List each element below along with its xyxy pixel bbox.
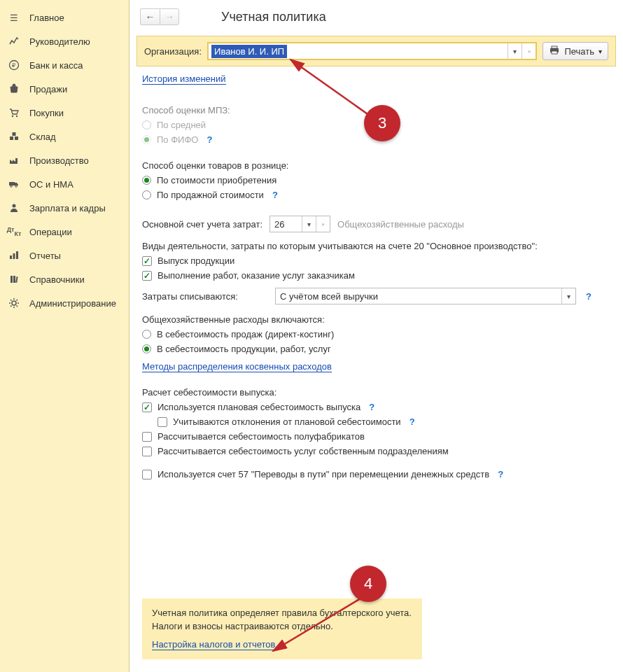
writeoff-label: Затраты списываются:: [142, 291, 268, 302]
costacct-hint: Общехозяйственные расходы: [337, 219, 464, 230]
sidebar-item-warehouse[interactable]: Склад: [0, 125, 129, 148]
callout-3: 3: [364, 105, 400, 141]
costcalc-planned[interactable]: Используется плановая себестоимость выпу…: [142, 402, 610, 412]
svg-rect-18: [552, 46, 557, 48]
help-icon[interactable]: ?: [410, 416, 415, 427]
costcalc-title: Расчет себестоимости выпуска:: [142, 387, 610, 398]
retail-title: Способ оценки товаров в рознице:: [142, 160, 610, 171]
costcalc-deviations[interactable]: Учитываются отклонения от плановой себес…: [158, 416, 610, 427]
print-label: Печать: [564, 46, 594, 57]
methods-link[interactable]: Методы распределения косвенных расходов: [142, 361, 332, 372]
svg-rect-14: [10, 276, 13, 283]
activities-title: Виды деятельности, затраты по которым уч…: [142, 241, 610, 251]
svg-rect-20: [552, 51, 557, 54]
org-value: Иванов И. И. ИП: [211, 45, 287, 58]
checkbox-label: Используется счет 57 "Переводы в пути" п…: [158, 469, 489, 479]
dropdown-icon[interactable]: ▾: [302, 216, 316, 232]
sidebar-item-assets[interactable]: ОС и НМА: [0, 172, 129, 196]
radio-icon: [142, 135, 151, 144]
dropdown-icon[interactable]: ▾: [561, 288, 575, 304]
gear-icon: [8, 298, 20, 309]
checkbox-icon: [142, 432, 152, 442]
dtkt-icon: ДтКт: [8, 226, 20, 237]
svg-point-9: [15, 186, 18, 188]
sidebar-item-catalogs[interactable]: Справочники: [0, 267, 129, 291]
checkbox-label: Рассчитывается себестоимость услуг собст…: [158, 446, 449, 456]
menu-icon: ☰: [8, 12, 20, 23]
content: История изменений Способ оценки МПЗ: По …: [130, 66, 623, 598]
checkbox-icon: [142, 447, 152, 456]
bars-icon: [8, 250, 20, 261]
costacct-field[interactable]: 26 ▾ ▫: [270, 216, 330, 232]
print-button[interactable]: Печать ▾: [542, 42, 608, 60]
dropdown-icon[interactable]: ▾: [507, 43, 522, 59]
help-icon[interactable]: ?: [206, 134, 212, 145]
writeoff-value: С учётом всей выручки: [276, 288, 561, 304]
acct57-row[interactable]: Используется счет 57 "Переводы в пути" п…: [142, 469, 610, 479]
help-icon[interactable]: ?: [272, 190, 278, 200]
overhead-title: Общехозяйственные расходы включаются:: [142, 314, 610, 325]
costacct-row: Основной счет учета затрат: 26 ▾ ▫ Общех…: [142, 216, 610, 232]
costcalc-semi[interactable]: Рассчитывается себестоимость полуфабрика…: [142, 431, 610, 442]
svg-rect-13: [16, 251, 18, 259]
callout-4: 4: [350, 566, 386, 602]
checkbox-label: Рассчитывается себестоимость полуфабрика…: [158, 431, 365, 442]
svg-rect-12: [13, 253, 15, 259]
svg-point-17: [12, 301, 16, 305]
costacct-value: 26: [270, 216, 302, 232]
sidebar-item-sales[interactable]: Продажи: [0, 77, 129, 101]
sidebar-item-hr[interactable]: Зарплата и кадры: [0, 196, 129, 220]
sidebar-item-operations[interactable]: ДтКт Операции: [0, 220, 129, 244]
sidebar-item-admin[interactable]: Администрирование: [0, 291, 129, 315]
sidebar-item-bank[interactable]: ₽ Банк и касса: [0, 53, 129, 77]
bag-icon: [8, 83, 20, 94]
overhead-direct[interactable]: В себестоимость продаж (директ-костинг): [142, 329, 610, 340]
sidebar-item-label: Банк и касса: [29, 60, 83, 71]
org-field[interactable]: Иванов И. И. ИП ▾ ▫: [207, 42, 537, 60]
nav-back-button[interactable]: ←: [140, 8, 160, 25]
sidebar-item-main[interactable]: ☰ Главное: [0, 6, 129, 29]
help-icon[interactable]: ?: [586, 291, 592, 302]
open-dialog-icon[interactable]: ▫: [316, 216, 330, 232]
boxes-icon: [8, 131, 20, 142]
checkbox-icon: [142, 256, 152, 266]
svg-rect-16: [15, 276, 18, 283]
main: ← → Учетная политика Организация: Иванов…: [130, 0, 623, 672]
nav-forward-button[interactable]: →: [160, 8, 179, 25]
history-link[interactable]: История изменений: [142, 74, 226, 85]
svg-point-8: [10, 186, 13, 188]
sidebar-item-reports[interactable]: Отчеты: [0, 244, 129, 267]
help-icon[interactable]: ?: [498, 469, 503, 479]
open-dialog-icon[interactable]: ▫: [522, 43, 536, 59]
checkbox-icon: [142, 470, 152, 479]
sidebar: ☰ Главное Руководителю ₽ Банк и касса Пр…: [0, 0, 130, 672]
checkbox-icon: [142, 402, 152, 412]
sidebar-item-label: Покупки: [29, 108, 64, 118]
sidebar-item-label: Склад: [29, 132, 56, 142]
sidebar-item-label: Руководителю: [29, 36, 90, 47]
org-label: Организация:: [144, 46, 202, 57]
activities-services[interactable]: Выполнение работ, оказание услуг заказчи…: [142, 270, 610, 281]
sidebar-item-manager[interactable]: Руководителю: [0, 29, 129, 53]
costcalc-internal[interactable]: Рассчитывается себестоимость услуг собст…: [142, 446, 610, 456]
page-title: Учетная политика: [221, 10, 326, 24]
overhead-full[interactable]: В себестоимость продукции, работ, услуг: [142, 344, 610, 354]
help-icon[interactable]: ?: [369, 402, 374, 412]
writeoff-select[interactable]: С учётом всей выручки ▾: [275, 288, 576, 304]
sidebar-item-purchases[interactable]: Покупки: [0, 101, 129, 125]
writeoff-row: Затраты списываются: С учётом всей выруч…: [142, 288, 610, 304]
cart-icon: [8, 107, 20, 118]
retail-cost-row[interactable]: По стоимости приобретения: [142, 175, 610, 186]
radio-label: По продажной стоимости: [157, 190, 264, 200]
activities-produce[interactable]: Выпуск продукции: [142, 255, 610, 266]
tax-settings-link[interactable]: Настройка налогов и отчетов: [152, 639, 275, 650]
sidebar-item-label: Отчеты: [29, 251, 61, 261]
sidebar-item-production[interactable]: Производство: [0, 148, 129, 172]
retail-sale-row[interactable]: По продажной стоимости ?: [142, 190, 610, 200]
footer-line1: Учетная политика определяет правила бухг…: [152, 607, 412, 620]
radio-label: По стоимости приобретения: [157, 175, 276, 186]
radio-icon: [142, 330, 151, 339]
checkbox-icon: [158, 417, 167, 427]
radio-icon: [142, 120, 151, 130]
org-panel: Организация: Иванов И. И. ИП ▾ ▫ Печать …: [136, 36, 616, 66]
